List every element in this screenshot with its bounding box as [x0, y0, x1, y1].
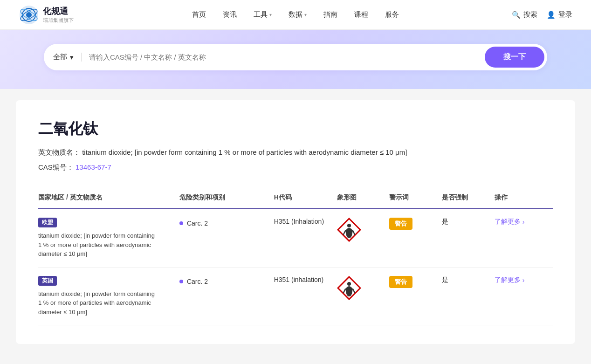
cell-ghs: [332, 267, 385, 325]
learn-more-chevron-icon: ›: [522, 276, 525, 284]
search-filter[interactable]: 全部 ▾: [53, 53, 82, 62]
learn-more-chevron-icon: ›: [522, 218, 525, 226]
nav-label: 首页: [192, 10, 206, 19]
user-icon: 👤: [547, 11, 556, 19]
content-card: 二氧化钛 英文物质名： titanium dioxide; [in powder…: [16, 100, 575, 344]
filter-label: 全部: [53, 53, 67, 62]
nav-item-指南[interactable]: 指南: [323, 10, 337, 19]
table-body: 欧盟 titanium dioxide; [in powder form con…: [38, 209, 553, 325]
hero-section: 全部 ▾ 搜一下: [0, 30, 591, 89]
col-header-ghs: 象形图: [332, 188, 385, 209]
col-header-mandatory: 是否强制: [437, 188, 490, 209]
cell-country: 欧盟 titanium dioxide; [in powder form con…: [38, 209, 175, 267]
cas-number[interactable]: 13463-67-7: [76, 163, 111, 171]
search-bar: 全部 ▾ 搜一下: [44, 44, 547, 70]
hcode-value: H351 (inhalation): [274, 276, 324, 283]
ghs-health-hazard-icon: [337, 276, 361, 300]
nav-chevron-icon: ▾: [304, 12, 307, 17]
nav-item-课程[interactable]: 课程: [354, 10, 368, 19]
cell-signal: 警告: [385, 209, 437, 267]
nav-item-工具[interactable]: 工具▾: [254, 10, 272, 19]
svg-point-8: [347, 282, 351, 286]
learn-more-label: 了解更多: [495, 276, 521, 284]
svg-point-2: [26, 12, 32, 18]
mandatory-value: 是: [442, 218, 448, 225]
table-row: 欧盟 titanium dioxide; [in powder form con…: [38, 209, 553, 267]
signal-badge: 警告: [389, 218, 412, 230]
nav-label: 资讯: [223, 10, 237, 19]
table-row: 英国 titanium dioxide; [in powder form con…: [38, 267, 553, 325]
col-header-action: 操作: [490, 188, 553, 209]
search-action-label: 搜索: [523, 10, 537, 19]
cell-mandatory: 是: [437, 209, 490, 267]
learn-more-button[interactable]: 了解更多 ›: [495, 218, 548, 226]
data-table-wrapper: 国家地区 / 英文物质名 危险类别和项别 H代码 象形图 警示词 是否强制 操作…: [38, 188, 553, 325]
search-icon: 🔍: [512, 11, 521, 19]
col-header-hazard: 危险类别和项别: [175, 188, 269, 209]
ghs-health-hazard-icon: [337, 218, 361, 242]
mandatory-value: 是: [442, 276, 448, 283]
nav-label: 课程: [354, 10, 368, 19]
cas-row: CAS编号： 13463-67-7: [38, 162, 553, 173]
search-action[interactable]: 🔍 搜索: [512, 10, 537, 19]
logo-text: 化规通 瑞旭集团旗下: [43, 6, 74, 24]
english-name-label: 英文物质名：: [38, 148, 80, 156]
nav-item-首页[interactable]: 首页: [192, 10, 206, 19]
filter-chevron-icon: ▾: [70, 53, 74, 62]
hazard-bullet-icon: [179, 280, 183, 283]
nav-label: 服务: [385, 10, 399, 19]
cell-ghs: [332, 209, 385, 267]
learn-more-label: 了解更多: [495, 218, 521, 226]
nav-label: 数据: [289, 10, 302, 19]
hazard-bullet-icon: [179, 221, 183, 225]
login-action[interactable]: 👤 登录: [547, 10, 572, 19]
cell-country: 英国 titanium dioxide; [in powder form con…: [38, 267, 175, 325]
svg-point-6: [347, 224, 351, 227]
logo[interactable]: 化规通 瑞旭集团旗下: [19, 5, 93, 25]
substance-name: titanium dioxide; [in powder form contai…: [38, 231, 159, 259]
hazard-text: Carc. 2: [187, 220, 208, 227]
logo-subtitle: 瑞旭集团旗下: [43, 17, 74, 24]
search-input[interactable]: [82, 49, 485, 65]
cell-action: 了解更多 ›: [490, 267, 553, 325]
cell-signal: 警告: [385, 267, 437, 325]
logo-title: 化规通: [43, 6, 74, 17]
hazard-text: Carc. 2: [187, 278, 208, 285]
nav-item-资讯[interactable]: 资讯: [223, 10, 237, 19]
col-header-hcode: H代码: [269, 188, 332, 209]
cell-hcode: H351 (inhalation): [269, 267, 332, 325]
nav-label: 指南: [323, 10, 337, 19]
english-name-value: titanium dioxide; [in powder form contai…: [82, 148, 407, 156]
cell-hazard: Carc. 2: [175, 209, 269, 267]
header: 化规通 瑞旭集团旗下 首页资讯工具▾数据▾指南课程服务 🔍 搜索 👤 登录: [0, 0, 591, 30]
nav-label: 工具: [254, 10, 268, 19]
cas-label: CAS编号：: [38, 163, 74, 171]
country-badge: 欧盟: [38, 218, 57, 227]
nav-chevron-icon: ▾: [269, 12, 272, 17]
substance-name: titanium dioxide; [in powder form contai…: [38, 289, 159, 317]
chemical-title: 二氧化钛: [38, 119, 553, 139]
col-header-country: 国家地区 / 英文物质名: [38, 188, 175, 209]
signal-badge: 警告: [389, 276, 412, 288]
nav-item-服务[interactable]: 服务: [385, 10, 399, 19]
cell-hcode: H351 (Inhalation): [269, 209, 332, 267]
hazard-item: Carc. 2: [179, 278, 265, 285]
hazard-table: 国家地区 / 英文物质名 危险类别和项别 H代码 象形图 警示词 是否强制 操作…: [38, 188, 553, 325]
cell-action: 了解更多 ›: [490, 209, 553, 267]
country-badge: 英国: [38, 276, 57, 286]
cell-mandatory: 是: [437, 267, 490, 325]
nav-item-数据[interactable]: 数据▾: [289, 10, 307, 19]
english-name-row: 英文物质名： titanium dioxide; [in powder form…: [38, 147, 553, 158]
header-actions: 🔍 搜索 👤 登录: [498, 10, 572, 19]
hazard-item: Carc. 2: [179, 220, 265, 227]
logo-icon: [19, 5, 39, 25]
col-header-signal: 警示词: [385, 188, 437, 209]
table-header: 国家地区 / 英文物质名 危险类别和项别 H代码 象形图 警示词 是否强制 操作: [38, 188, 553, 209]
hcode-value: H351 (Inhalation): [274, 218, 324, 225]
cell-hazard: Carc. 2: [175, 267, 269, 325]
learn-more-button[interactable]: 了解更多 ›: [495, 276, 548, 284]
main-content: 二氧化钛 英文物质名： titanium dioxide; [in powder…: [0, 100, 591, 344]
login-label: 登录: [558, 10, 572, 19]
main-nav: 首页资讯工具▾数据▾指南课程服务: [93, 10, 498, 19]
search-button[interactable]: 搜一下: [485, 47, 544, 68]
